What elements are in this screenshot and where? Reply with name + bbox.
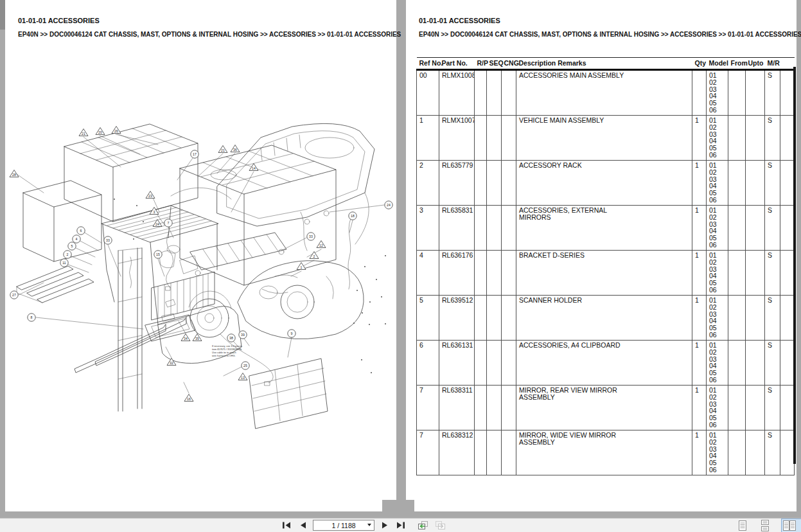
table-cell (728, 341, 746, 386)
previous-view-icon (418, 520, 428, 530)
table-cell: 01 02 03 04 05 06 (707, 386, 728, 430)
svg-text:15: 15 (156, 253, 160, 256)
table-cell: 1 (692, 386, 707, 430)
next-view-button[interactable] (434, 520, 446, 531)
table-cell: RL635779 (439, 161, 475, 206)
table-cell: S (765, 341, 780, 386)
column-header: Ref No. (417, 58, 439, 70)
page-nav-group: 1 / 1188 (281, 519, 446, 532)
page-indicator[interactable]: 1 / 1188 (313, 520, 374, 531)
table-row: 1RLMX100798VEHICLE MAIN ASSEMBLY101 02 0… (417, 116, 795, 161)
svg-text:item 657675 / 353180S410.: item 657675 / 353180S410. (212, 348, 242, 351)
svg-text:12: 12 (319, 244, 323, 247)
table-cell: 2 (417, 161, 439, 206)
table-cell (502, 430, 516, 475)
table-cell: RL638312 (439, 430, 475, 475)
table-cell (475, 116, 487, 161)
svg-text:11: 11 (62, 261, 66, 265)
svg-text:1: 1 (301, 265, 303, 269)
two-page-layout-button[interactable] (781, 519, 801, 532)
table-cell: 01 02 03 04 05 06 (707, 296, 728, 341)
table-cell (475, 251, 487, 296)
svg-text:8: 8 (31, 315, 33, 319)
parts-table-wrap: Ref No.Part No.R/PSEQCNGDescription Rema… (416, 57, 795, 475)
table-cell (746, 70, 765, 116)
table-cell: 1 (692, 430, 707, 475)
table-row: 6RL636131ACCESSORIES, A4 CLIPBOARD101 02… (417, 341, 795, 386)
table-cell (728, 251, 746, 296)
table-cell (487, 341, 502, 386)
svg-text:wire harness to OHG.: wire harness to OHG. (212, 355, 236, 357)
table-cell: RL636131 (439, 341, 475, 386)
table-row: 00RLMX100801ACCESSORIES MAIN ASSEMBLY01 … (417, 70, 795, 116)
table-cell (502, 341, 516, 386)
table-cell (475, 206, 487, 251)
last-page-button[interactable] (395, 520, 407, 531)
table-cell (487, 296, 502, 341)
table-cell (780, 430, 795, 475)
column-header: Model (707, 58, 728, 70)
table-cell: 01 02 03 04 05 06 (707, 430, 728, 475)
table-cell: BRACKET D-SERIES (516, 251, 692, 296)
table-cell: RL636176 (439, 251, 475, 296)
previous-page-button[interactable] (297, 520, 308, 531)
table-row: 7RL638311MIRROR, REAR VIEW MIRROR ASSEMB… (417, 386, 795, 430)
svg-text:3: 3 (154, 210, 155, 214)
table-cell (728, 161, 746, 206)
table-cell (487, 161, 502, 206)
table-cell: 01 02 03 04 05 06 (707, 70, 728, 116)
svg-text:13: 13 (241, 376, 245, 380)
column-header: SEQ (487, 58, 502, 70)
table-row: 5RL639512SCANNER HOLDER101 02 03 04 05 0… (417, 296, 795, 341)
svg-text:14: 14 (252, 166, 256, 170)
table-cell (746, 430, 765, 475)
table-cell (475, 296, 487, 341)
svg-text:32: 32 (170, 361, 173, 365)
continuous-layout-button[interactable] (759, 519, 771, 532)
svg-text:4: 4 (76, 237, 78, 241)
previous-view-button[interactable] (417, 520, 428, 531)
svg-text:9: 9 (291, 332, 293, 335)
svg-text:21: 21 (221, 148, 225, 152)
table-cell (502, 386, 516, 430)
table-cell: 1 (692, 161, 707, 206)
table-row: 2RL635779ACCESSORY RACK101 02 03 04 05 0… (417, 161, 795, 206)
table-cell: S (765, 296, 780, 341)
view-history-group (417, 520, 446, 531)
svg-text:Use cable tie to attach: Use cable tie to attach (212, 351, 236, 354)
single-page-layout-button[interactable] (736, 519, 749, 532)
table-cell (502, 70, 516, 116)
table-cell (728, 116, 746, 161)
next-view-icon (435, 520, 446, 530)
table-cell (746, 116, 765, 161)
exploded-diagram: If necessary, use 3-4 pieces item 657675… (5, 0, 396, 511)
column-header: M/R (765, 58, 780, 70)
table-cell: 01 02 03 04 05 06 (707, 251, 728, 296)
table-cell: 1 (692, 116, 707, 161)
table-cell (487, 206, 502, 251)
next-page-button[interactable] (379, 520, 391, 531)
page-right: 01-01-01 ACCESSORIES EP40N >> DOC0004612… (406, 0, 797, 511)
table-cell (692, 70, 707, 116)
table-cell (746, 386, 765, 430)
svg-text:17: 17 (193, 152, 197, 156)
table-cell: 01 02 03 04 05 06 (707, 116, 728, 161)
toolbar-handle[interactable] (382, 500, 414, 518)
table-cell: ACCESSORY RACK (516, 161, 692, 206)
scrollbar-thumb[interactable] (0, 0, 5, 30)
table-cell: RLMX100798 (439, 116, 475, 161)
table-cell: RL638311 (439, 386, 475, 430)
svg-text:36: 36 (233, 148, 237, 152)
previous-page-icon (299, 522, 306, 529)
svg-text:39: 39 (241, 333, 245, 337)
continuous-page-icon (761, 520, 770, 531)
svg-text:If necessary, use 3-4 pieces: If necessary, use 3-4 pieces (212, 345, 242, 348)
table-cell: 1 (692, 206, 707, 251)
table-cell: 1 (692, 341, 707, 386)
table-cell (728, 296, 746, 341)
table-cell (780, 206, 795, 251)
first-page-button[interactable] (281, 520, 292, 531)
table-cell (475, 341, 487, 386)
table-cell: RL639512 (439, 296, 475, 341)
table-cell (502, 116, 516, 161)
